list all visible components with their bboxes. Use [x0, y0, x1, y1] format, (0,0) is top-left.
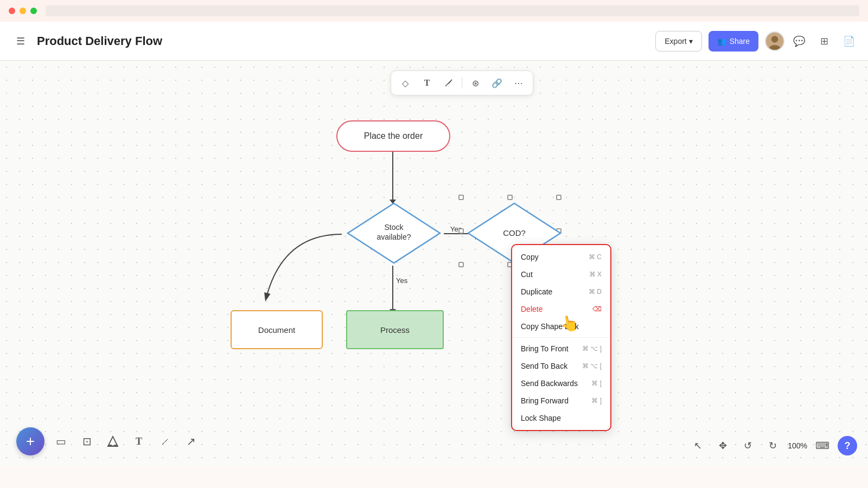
more-tool-icon[interactable]: ⋯ — [510, 74, 527, 92]
header: ☰ Product Delivery Flow Export ▾ 👥 Share… — [0, 22, 868, 61]
tool-frame[interactable]: ⊡ — [77, 432, 97, 451]
avatar[interactable] — [765, 31, 784, 51]
context-menu-send-backwards[interactable]: Send Backwards ⌘ [ — [512, 375, 610, 392]
url-bar[interactable] — [46, 5, 859, 16]
svg-point-1 — [771, 36, 778, 42]
floating-toolbar: ◇ T ⊛ 🔗 ⋯ — [391, 70, 533, 95]
shape-stock[interactable]: Stock available? — [345, 201, 443, 266]
bottom-right-controls: ↖ ✥ ↺ ↻ 100% ⌨ ? — [688, 436, 857, 455]
canvas[interactable]: ◇ T ⊛ 🔗 ⋯ Place the order Stock availabl… — [0, 61, 868, 466]
menu-button[interactable]: ☰ — [11, 31, 30, 51]
redo-button[interactable]: ↻ — [763, 436, 782, 455]
tool-line[interactable]: ⟋ — [155, 432, 175, 451]
titlebar — [0, 0, 868, 22]
paint-tool-icon[interactable]: ⊛ — [467, 74, 484, 92]
context-menu-copy-shape[interactable]: Copy Shape Link — [512, 318, 610, 335]
handle-bl[interactable] — [458, 262, 464, 267]
context-menu-divider — [512, 337, 610, 338]
svg-text:available?: available? — [376, 233, 411, 241]
arrow-order-stock — [392, 152, 393, 201]
arrow-stock-process — [392, 266, 393, 310]
link-tool-icon[interactable]: 🔗 — [488, 74, 506, 92]
tool-text[interactable]: T — [129, 432, 149, 451]
share-icon: 👥 — [717, 37, 726, 46]
document-icon[interactable]: 📄 — [841, 33, 857, 49]
context-menu-lock[interactable]: Lock Shape — [512, 409, 610, 427]
undo-button[interactable]: ↺ — [738, 436, 757, 455]
help-button[interactable]: ? — [838, 436, 857, 455]
share-button[interactable]: 👥 Share — [709, 31, 758, 52]
keyboard-shortcut[interactable]: ⌨ — [813, 436, 832, 455]
context-menu-duplicate[interactable]: Duplicate ⌘ D — [512, 283, 610, 300]
maximize-dot[interactable] — [30, 8, 37, 14]
context-menu: Copy ⌘ C Cut ⌘ X Duplicate ⌘ D Delete ⌫ … — [511, 244, 611, 431]
move-tool[interactable]: ✥ — [713, 436, 732, 455]
shape-order[interactable]: Place the order — [336, 120, 450, 152]
select-tool[interactable]: ↖ — [688, 436, 707, 455]
handle-tl[interactable] — [458, 195, 464, 200]
handle-tr[interactable] — [556, 195, 561, 200]
handle-ml[interactable] — [458, 228, 464, 234]
pen-tool-icon[interactable] — [440, 74, 457, 92]
toolbar-divider — [462, 78, 462, 88]
context-menu-bring-front[interactable]: Bring To Front ⌘ ⌥ ] — [512, 340, 610, 357]
export-button[interactable]: Export ▾ — [655, 31, 701, 52]
chat-icon[interactable]: 💬 — [791, 33, 807, 49]
diagram-title: Product Delivery Flow — [37, 34, 649, 48]
svg-text:Stock: Stock — [384, 223, 404, 232]
context-menu-send-back[interactable]: Send To Back ⌘ ⌥ [ — [512, 357, 610, 375]
svg-text:COD?: COD? — [503, 228, 526, 237]
handle-tc[interactable] — [507, 195, 513, 200]
tool-shape[interactable] — [103, 432, 123, 451]
close-dot[interactable] — [9, 8, 15, 14]
settings-icon[interactable]: ⊞ — [816, 33, 832, 49]
shape-process[interactable]: Process — [346, 310, 444, 349]
tool-rectangle[interactable]: ▭ — [51, 432, 71, 451]
label-yes-down: Yes — [396, 277, 407, 285]
context-menu-copy[interactable]: Copy ⌘ C — [512, 248, 610, 266]
bottom-toolbar: + ▭ ⊡ T ⟋ ↗ — [16, 427, 201, 455]
context-menu-cut[interactable]: Cut ⌘ X — [512, 266, 610, 283]
minimize-dot[interactable] — [20, 8, 26, 14]
context-menu-bring-forward[interactable]: Bring Forward ⌘ ] — [512, 392, 610, 409]
shape-tool-icon[interactable]: ◇ — [397, 74, 414, 92]
tool-arrow[interactable]: ↗ — [181, 432, 201, 451]
shape-document[interactable]: Document — [231, 310, 323, 349]
header-right-icons: 💬 ⊞ 📄 — [791, 33, 857, 49]
zoom-level: 100% — [788, 441, 807, 450]
fab-add-button[interactable]: + — [16, 427, 44, 455]
text-tool-icon[interactable]: T — [418, 74, 436, 92]
context-menu-delete[interactable]: Delete ⌫ — [512, 300, 610, 318]
